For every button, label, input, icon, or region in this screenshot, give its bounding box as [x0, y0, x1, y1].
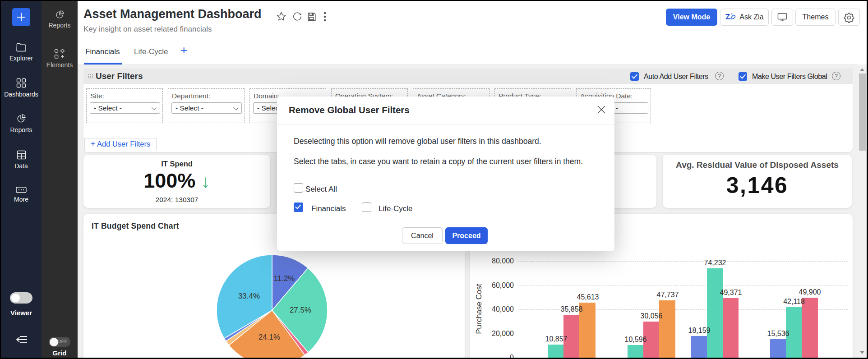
svg-text:24.1%: 24.1%: [259, 333, 280, 341]
svg-text:27.5%: 27.5%: [290, 306, 311, 314]
svg-text:33.4%: 33.4%: [238, 292, 260, 300]
svg-text:11.2%: 11.2%: [274, 274, 295, 283]
